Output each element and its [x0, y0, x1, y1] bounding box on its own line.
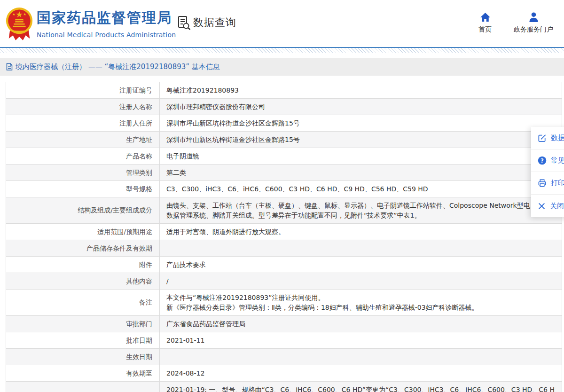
- row-value: 深圳市坪山新区坑梓街道金沙社区金辉路15号: [160, 115, 562, 131]
- row-value: 本文件与“粤械注准20192180893”注册证共同使用。新《医疗器械分类目录》…: [160, 290, 562, 315]
- org-name-cn: 国家药品监督管理局: [37, 8, 176, 28]
- row-value: 广东省食品药品监督管理局: [160, 316, 562, 332]
- page-title-bar: 境内医疗器械（注册） —— “粤械注准20192180893” 基本信息: [0, 58, 564, 76]
- row-label: 批准日期: [6, 332, 160, 348]
- row-value: 第二类: [160, 165, 562, 180]
- row-label: 其他内容: [6, 273, 160, 289]
- table-row: 生产地址深圳市坪山新区坑梓街道金沙社区金辉路15号: [6, 132, 562, 148]
- row-value: 粤械注准20192180893: [160, 82, 562, 98]
- panel-item-label: 数据反馈: [551, 133, 564, 142]
- data-query-section: 数据查询: [177, 15, 236, 30]
- document-icon: [6, 63, 13, 71]
- header-divider-band: [0, 47, 564, 53]
- row-label: 适用范围/预期用途: [6, 224, 160, 240]
- table-row: 注册证编号粤械注准20192180893: [6, 82, 562, 99]
- side-tools-panel: 数据反馈?常见问题打印页面关闭页面: [531, 127, 564, 217]
- row-value: 深圳市理邦精密仪器股份有限公司: [160, 99, 562, 115]
- panel-item-label: 关闭页面: [550, 202, 564, 211]
- row-label: 附件: [6, 257, 160, 273]
- nav-home[interactable]: 首页: [471, 12, 499, 34]
- table-row: 管理类别第二类: [6, 165, 562, 181]
- table-row: 2021-01-19: 一、型号、规格由“C3、C6、iHC6、C600、C6 …: [6, 382, 562, 392]
- national-emblem-logo: [5, 6, 34, 43]
- row-label: 产品名称: [6, 148, 160, 164]
- panel-item-question[interactable]: ?常见问题: [531, 149, 564, 172]
- panel-item-printer[interactable]: 打印页面: [531, 172, 564, 195]
- row-value: 由镜头、支架、工作站（台车（主板、硬盘）、键盘、鼠标、显示器）、电子阴道镜工作站…: [160, 197, 562, 223]
- data-query-icon: [177, 15, 191, 30]
- row-label: 型号规格: [6, 181, 160, 197]
- table-row: 审批部门广东省食品药品监督管理局: [6, 316, 562, 332]
- table-row: 备注本文件与“粤械注准20192180893”注册证共同使用。新《医疗器械分类目…: [6, 290, 562, 316]
- row-label: 备注: [6, 290, 160, 315]
- panel-item-edit[interactable]: 数据反馈: [531, 127, 564, 149]
- row-label: 注册人住所: [6, 115, 160, 131]
- row-value: 产品技术要求: [160, 257, 562, 273]
- page-header: 国家药品监督管理局 National Medical Products Admi…: [0, 0, 564, 47]
- row-value: /: [160, 273, 562, 289]
- table-row: 注册人住所深圳市坪山新区坑梓街道金沙社区金辉路15号: [6, 115, 562, 132]
- org-title-block: 国家药品监督管理局 National Medical Products Admi…: [37, 8, 176, 39]
- row-value: [160, 349, 562, 365]
- row-label: 注册证编号: [6, 82, 160, 98]
- edit-icon: [538, 133, 547, 142]
- table-row: 其他内容/: [6, 273, 562, 290]
- nav-home-label: 首页: [471, 25, 499, 34]
- home-icon: [471, 12, 499, 22]
- table-row: 产品储存条件及有效期: [6, 240, 562, 257]
- row-label: 生效日期: [6, 349, 160, 365]
- panel-item-label: 打印页面: [551, 179, 564, 188]
- nav-portal[interactable]: 政务服务门户: [507, 12, 560, 34]
- table-row: 产品名称电子阴道镜: [6, 148, 562, 165]
- row-value: 2024-08-12: [160, 365, 562, 381]
- nav-portal-label: 政务服务门户: [507, 25, 560, 34]
- panel-item-label: 常见问题: [551, 156, 564, 165]
- row-label: 审批部门: [6, 316, 160, 332]
- row-label: 有效期至: [6, 365, 160, 381]
- svg-text:?: ?: [540, 157, 544, 164]
- section-title: 数据查询: [193, 16, 236, 30]
- table-row: 结构及组成/主要组成成分由镜头、支架、工作站（台车（主板、硬盘）、键盘、鼠标、显…: [6, 197, 562, 224]
- close-icon: [538, 202, 546, 210]
- row-label: 管理类别: [6, 165, 160, 180]
- table-row: 注册人名称深圳市理邦精密仪器股份有限公司: [6, 99, 562, 115]
- printer-icon: [538, 179, 547, 188]
- row-value: 适用于对宫颈、阴道外阴进行放大观察。: [160, 224, 562, 240]
- panel-item-close[interactable]: 关闭页面: [531, 195, 564, 217]
- org-name-en: National Medical Products Administration: [37, 31, 176, 39]
- row-value: C3、C300、iHC3、C6、iHC6、C600、C3 HD、C6 HD、C9…: [160, 181, 562, 197]
- row-label: 产品储存条件及有效期: [6, 240, 160, 256]
- row-value: 深圳市坪山新区坑梓街道金沙社区金辉路15号: [160, 132, 562, 148]
- table-row: 有效期至2024-08-12: [6, 365, 562, 382]
- row-value: 电子阴道镜: [160, 148, 562, 164]
- row-label: 生产地址: [6, 132, 160, 148]
- table-row: 型号规格C3、C300、iHC3、C6、iHC6、C600、C3 HD、C6 H…: [6, 181, 562, 197]
- row-label: 注册人名称: [6, 99, 160, 115]
- page-title: 境内医疗器械（注册） —— “粤械注准20192180893” 基本信息: [16, 63, 220, 71]
- row-value: [160, 240, 562, 256]
- row-label: 结构及组成/主要组成成分: [6, 197, 160, 223]
- question-icon: ?: [538, 156, 547, 165]
- user-icon: [507, 12, 560, 22]
- info-table: 注册证编号粤械注准20192180893注册人名称深圳市理邦精密仪器股份有限公司…: [6, 82, 562, 392]
- table-row: 生效日期: [6, 349, 562, 365]
- row-value: 2021-01-11: [160, 332, 562, 348]
- row-value: 2021-01-19: 一、型号、规格由“C3、C6、iHC6、C600、C6 …: [160, 382, 562, 392]
- table-row: 附件产品技术要求: [6, 257, 562, 273]
- table-row: 批准日期2021-01-11: [6, 332, 562, 349]
- row-label: [6, 382, 160, 392]
- table-row: 适用范围/预期用途适用于对宫颈、阴道外阴进行放大观察。: [6, 224, 562, 240]
